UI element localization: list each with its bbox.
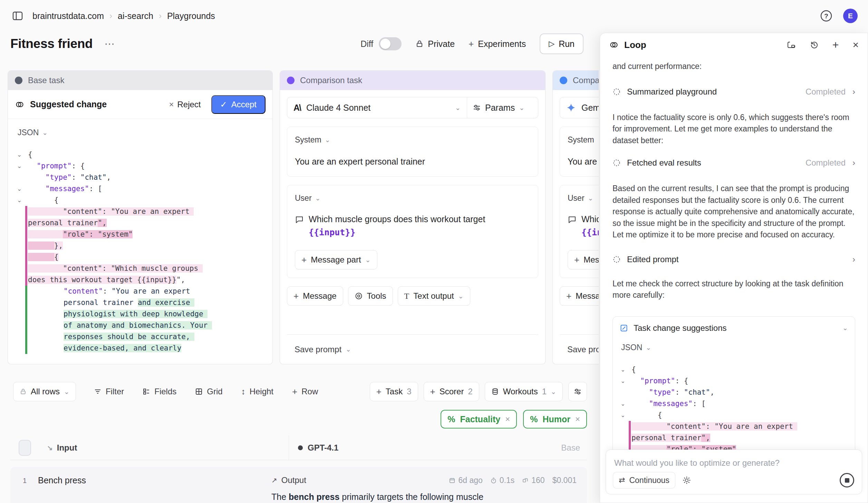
accept-label: Accept [231, 100, 257, 109]
row-input-cell[interactable]: Bench press [38, 475, 271, 503]
model-select[interactable]: A\ Claude 4 Sonnet ⌄ [287, 97, 467, 118]
breadcrumb-separator: › [159, 11, 162, 21]
fields-button[interactable]: Fields [143, 387, 176, 396]
params-button[interactable]: Params ⌄ [467, 97, 538, 118]
comparison-task-column: Comparison task A\ Claude 4 Sonnet ⌄ [280, 70, 546, 364]
row-output-cell[interactable]: ↗ Output 6d ago 0.1s [271, 475, 587, 503]
system-role-select[interactable]: System ⌄ [568, 135, 599, 145]
diff-toggle[interactable] [379, 37, 402, 50]
code-line: ⌄ "messages": [ [620, 398, 848, 410]
system-role-select[interactable]: System ⌄ [295, 135, 530, 145]
gear-icon[interactable] [682, 476, 691, 485]
private-label: Private [428, 39, 455, 49]
row-height-button[interactable]: ↕ Height [241, 387, 273, 396]
select-all-checkbox[interactable] [19, 440, 31, 456]
breadcrumb-page[interactable]: Playgrounds [167, 11, 215, 21]
model-select[interactable]: Gemini [560, 97, 599, 118]
all-rows-select[interactable]: All rows ⌄ [13, 382, 76, 401]
row-number: 1 [19, 475, 38, 503]
close-icon[interactable]: × [852, 40, 859, 50]
code-line: "content": "You are an expert personal t… [16, 206, 264, 229]
new-chat-icon[interactable]: + [832, 39, 839, 50]
model-select-row: Gemini [560, 97, 599, 118]
language-label: JSON [18, 128, 39, 137]
save-prompt-button[interactable]: Save prompt ⌄ [287, 334, 538, 364]
save-prompt-label: Save prompt [295, 345, 341, 354]
breadcrumb-separator: › [109, 11, 112, 21]
breadcrumb-project[interactable]: ai-search [118, 11, 153, 21]
user-role-select[interactable]: User ⌄ [295, 194, 530, 203]
language-select[interactable]: JSON ⌄ [621, 343, 848, 352]
avatar[interactable]: E [843, 9, 858, 23]
user-message-text[interactable]: Which muscle groups does this workout ta… [568, 213, 599, 239]
chevron-down-icon: ⌄ [64, 388, 69, 395]
chevron-down-icon: ⌄ [346, 346, 351, 353]
popout-icon[interactable] [787, 41, 796, 49]
add-message-button[interactable]: + Message [287, 286, 343, 306]
tokens-icon [522, 477, 529, 484]
output-arrow-icon: ↗ [271, 476, 277, 484]
help-icon[interactable]: ? [819, 9, 833, 23]
lock-icon [20, 388, 27, 395]
tool-step-edited[interactable]: Edited prompt › [613, 255, 855, 264]
text-output-button[interactable]: T Text output ⌄ [398, 286, 470, 306]
add-message-part-button[interactable]: + Message part ⌄ [295, 250, 377, 269]
base-json-editor[interactable]: JSON ⌄ ⌄{⌄ "prompt": { "type": "chat",⌄ … [8, 119, 272, 364]
save-prompt-button[interactable]: Save prompt ⌄ [560, 334, 599, 364]
history-icon[interactable] [810, 40, 819, 49]
filter-button[interactable]: Filter [94, 387, 124, 396]
user-text: Which muscle groups does this workout ta… [309, 214, 485, 224]
tools-label: Tools [367, 291, 386, 301]
title-row: Fitness friend ⋯ Diff Private + Experime… [10, 33, 584, 55]
add-message-button[interactable]: + Message [560, 286, 599, 306]
add-message-part-button[interactable]: + Message part [568, 250, 599, 269]
run-button[interactable]: ▷ Run [540, 33, 584, 54]
plus-icon: + [292, 387, 297, 396]
user-role-select[interactable]: User ⌄ [568, 194, 599, 203]
scorer-badge-factuality[interactable]: % Factuality × [441, 410, 517, 428]
playground-columns: Base task Suggested change × Reject ✓ Ac… [8, 70, 599, 364]
user-message-text[interactable]: Which muscle groups does this workout ta… [295, 213, 530, 239]
table-row[interactable]: 1 Bench press ↗ Output 6d ago 0.1s [10, 467, 587, 503]
add-row-button[interactable]: + Row [292, 387, 318, 396]
language-select[interactable]: JSON ⌄ [18, 128, 264, 137]
system-message-text[interactable]: You are an expert personal trainer [295, 155, 530, 168]
grid-settings-button[interactable] [568, 382, 587, 401]
grid-view-button[interactable]: Grid [195, 387, 222, 396]
top-bar: braintrustdata.com › ai-search › Playgro… [0, 0, 868, 32]
code-line: "role": "system" [16, 229, 264, 240]
tool-step-summarized[interactable]: Summarized playground Completed › [613, 87, 855, 97]
tools-button[interactable]: Tools [348, 286, 393, 306]
page-title: Fitness friend [10, 37, 93, 51]
experiments-button[interactable]: + Experiments [469, 39, 526, 49]
column-header-model[interactable]: GPT-4.1 Base [289, 443, 587, 453]
dataset-select[interactable]: Workouts 1 ⌄ [485, 382, 563, 401]
continuous-mode-button[interactable]: ⇄ Continuous [613, 472, 675, 489]
remove-icon[interactable]: × [505, 414, 510, 424]
breadcrumb-org[interactable]: braintrustdata.com [32, 11, 104, 21]
code-line: "content": "You are an expert personal t… [620, 421, 848, 444]
more-options-icon[interactable]: ⋯ [102, 37, 117, 50]
add-scorer-button[interactable]: + Scorer 2 [424, 382, 479, 401]
tool-step-fetched[interactable]: Fetched eval results Completed › [613, 158, 855, 168]
add-task-button[interactable]: + Task 3 [370, 382, 418, 401]
private-button[interactable]: Private [415, 39, 455, 49]
step-spinner-icon [613, 88, 621, 96]
loop-input-field[interactable]: What would you like to optimize or gener… [614, 458, 853, 468]
sidebar-toggle-icon[interactable] [11, 10, 24, 22]
chevron-down-icon: ⌄ [325, 137, 330, 143]
height-icon: ↕ [241, 387, 245, 396]
column-header-input[interactable]: ↘ Input [47, 443, 289, 453]
sliders-icon [473, 103, 481, 112]
plus-icon: + [430, 387, 435, 396]
task-change-header[interactable]: Task change suggestions ⌄ [613, 317, 855, 339]
scorer-badge-humor[interactable]: % Humor × [523, 410, 587, 428]
token-count: 160 [522, 476, 544, 485]
system-role-label: System [295, 135, 321, 145]
step-label: Edited prompt [627, 255, 678, 264]
stop-button[interactable] [840, 473, 854, 487]
remove-icon[interactable]: × [575, 414, 580, 424]
accept-button[interactable]: ✓ Accept [211, 95, 266, 114]
reject-button[interactable]: × Reject [169, 100, 201, 109]
system-message-text[interactable]: You are an expert personal trainer [568, 155, 599, 168]
